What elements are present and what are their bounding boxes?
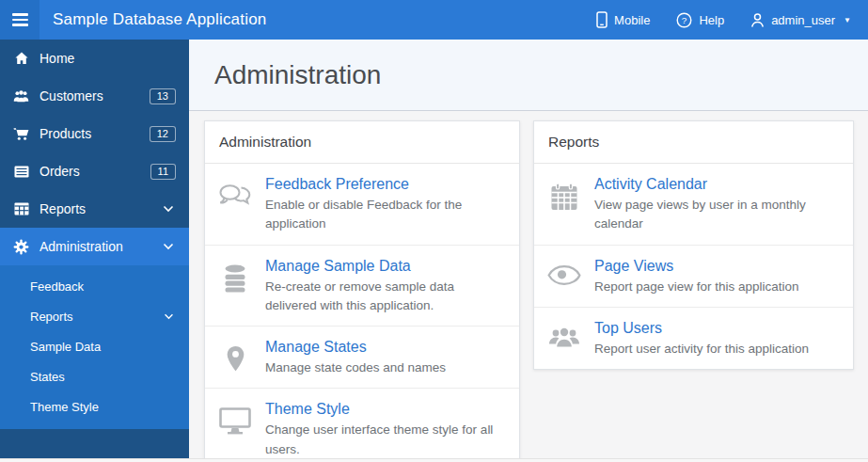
database-icon: [205, 258, 265, 316]
item-description: Manage state codes and names: [265, 358, 504, 377]
subitem-theme-style[interactable]: Theme Style: [0, 391, 189, 422]
sidebar-item-customers[interactable]: Customers 13: [0, 77, 189, 115]
sidebar-nav: Home Customers 13 Products 12 Orders 11 …: [0, 40, 189, 462]
item-link[interactable]: Theme Style: [265, 401, 504, 418]
sidebar-item-label: Products: [39, 126, 150, 141]
administration-card: Administration Feedback Preference Enabl…: [204, 120, 520, 462]
desktop-icon: [205, 401, 265, 459]
list-item-activity-calendar[interactable]: Activity Calendar View page views by use…: [534, 164, 853, 245]
gear-icon: [13, 239, 29, 255]
nav-help[interactable]: ? Help: [676, 12, 724, 28]
reports-grid-icon: [13, 201, 29, 217]
count-badge: 13: [150, 88, 176, 104]
list-item-feedback-preference[interactable]: Feedback Preference Enable or disable Fe…: [205, 164, 519, 245]
subitem-label: Feedback: [30, 279, 176, 294]
map-marker-icon: [205, 339, 265, 377]
item-link[interactable]: Manage States: [265, 339, 504, 356]
subitem-states[interactable]: States: [0, 361, 189, 391]
item-link[interactable]: Manage Sample Data: [265, 258, 504, 275]
card-title: Reports: [534, 121, 853, 164]
item-link[interactable]: Feedback Preference: [265, 176, 504, 193]
help-icon: ?: [676, 12, 692, 28]
hamburger-icon: [12, 13, 28, 26]
caret-down-icon: ▼: [844, 16, 851, 24]
users-icon: [534, 320, 594, 358]
cart-icon: [13, 126, 29, 142]
nav-help-label: Help: [699, 13, 724, 27]
list-item-theme-style[interactable]: Theme Style Change user interface theme …: [205, 388, 519, 462]
list-item-top-users[interactable]: Top Users Report user activity for this …: [534, 307, 853, 369]
subitem-sample-data[interactable]: Sample Data: [0, 331, 189, 361]
list-item-page-views[interactable]: Page Views Report page view for this app…: [534, 245, 853, 307]
chevron-down-icon: [164, 313, 174, 320]
subitem-label: Theme Style: [30, 400, 176, 414]
item-link[interactable]: Top Users: [594, 320, 838, 337]
page-title: Administration: [214, 60, 381, 90]
subitem-label: States: [30, 370, 176, 384]
item-description: Change user interface theme style for al…: [265, 421, 504, 459]
sidebar-item-administration[interactable]: Administration: [0, 228, 189, 265]
sidebar-item-label: Reports: [39, 201, 163, 216]
subitem-reports[interactable]: Reports: [0, 301, 189, 331]
subitem-feedback[interactable]: Feedback: [0, 271, 189, 301]
count-badge: 12: [150, 126, 176, 142]
app-header: Sample Database Application Mobile ? Hel…: [0, 0, 868, 40]
item-link[interactable]: Page Views: [594, 258, 838, 275]
item-description: Enable or disable Feedback for the appli…: [265, 196, 504, 234]
customers-icon: [13, 88, 29, 104]
cards-region: Administration Feedback Preference Enabl…: [189, 111, 868, 462]
eye-icon: [534, 258, 594, 296]
reports-card: Reports Activity Calendar View page view…: [533, 120, 854, 370]
chevron-down-icon: [163, 205, 174, 213]
item-link[interactable]: Activity Calendar: [594, 176, 838, 193]
sidebar-item-products[interactable]: Products 12: [0, 115, 189, 152]
nav-mobile[interactable]: Mobile: [596, 11, 650, 28]
card-title: Administration: [205, 121, 519, 164]
user-icon: [750, 12, 765, 28]
calendar-icon: [534, 176, 594, 234]
menu-toggle-button[interactable]: [0, 0, 39, 40]
administration-submenu: Feedback Reports Sample Data States Them…: [0, 265, 189, 429]
list-item-manage-states[interactable]: Manage States Manage state codes and nam…: [205, 326, 519, 388]
page-title-band: Administration: [189, 40, 868, 111]
sidebar-item-label: Administration: [39, 239, 163, 254]
sidebar-item-orders[interactable]: Orders 11: [0, 152, 189, 190]
sidebar-item-reports[interactable]: Reports: [0, 190, 189, 228]
nav-mobile-label: Mobile: [614, 13, 650, 27]
svg-text:?: ?: [682, 15, 687, 25]
main-content: Administration Administration Feedback P…: [189, 40, 868, 462]
app-title: Sample Database Application: [53, 10, 267, 29]
count-badge: 11: [150, 164, 176, 180]
chevron-down-icon: [163, 243, 174, 250]
orders-icon: [13, 164, 29, 180]
sidebar-item-label: Customers: [39, 88, 150, 104]
sidebar-item-label: Home: [39, 51, 176, 66]
item-description: View page views by user in a monthly cal…: [594, 196, 838, 234]
horizontal-scrollbar[interactable]: [0, 458, 868, 462]
header-nav: Mobile ? Help admin_user ▼: [596, 11, 868, 28]
subitem-label: Sample Data: [30, 340, 176, 354]
list-item-manage-sample-data[interactable]: Manage Sample Data Re-create or remove s…: [205, 245, 519, 327]
sidebar-item-label: Orders: [39, 164, 150, 179]
user-menu[interactable]: admin_user ▼: [750, 12, 851, 28]
home-icon: [13, 51, 29, 67]
subitem-label: Reports: [30, 310, 164, 324]
comments-icon: [205, 176, 265, 234]
item-description: Report page view for this application: [594, 278, 838, 296]
item-description: Re-create or remove sample data delivere…: [265, 278, 504, 316]
item-description: Report user activity for this applicatio…: [594, 340, 838, 358]
mobile-icon: [596, 11, 608, 28]
user-menu-label: admin_user: [771, 13, 835, 27]
sidebar-item-home[interactable]: Home: [0, 40, 189, 77]
